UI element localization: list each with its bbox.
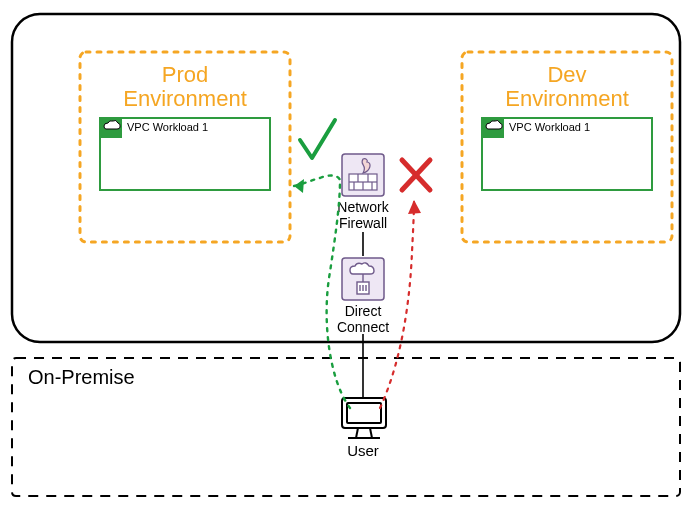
direct-connect-label-2: Connect (337, 319, 389, 335)
svg-line-22 (356, 428, 358, 438)
prod-environment: Prod Environment VPC Workload 1 (80, 52, 290, 242)
computer-icon (342, 398, 386, 438)
direct-connect-node (342, 258, 384, 300)
on-premise-title: On-Premise (28, 366, 135, 388)
firewall-label-2: Firewall (339, 215, 387, 231)
svg-line-23 (370, 428, 372, 438)
deny-x-icon (402, 160, 430, 190)
dev-vpc-box: VPC Workload 1 (482, 118, 652, 190)
dev-environment: Dev Environment VPC Workload 1 (462, 52, 672, 242)
prod-title-line1: Prod (162, 62, 208, 87)
direct-connect-label-1: Direct (345, 303, 382, 319)
prod-title-line2: Environment (123, 86, 247, 111)
user-node (342, 398, 386, 438)
network-firewall-node (342, 154, 384, 196)
user-label: User (347, 442, 379, 459)
prod-vpc-box: VPC Workload 1 (100, 118, 270, 190)
dev-vpc-label: VPC Workload 1 (509, 121, 590, 133)
dev-title-line1: Dev (547, 62, 586, 87)
firewall-label-1: Network (337, 199, 389, 215)
prod-vpc-label: VPC Workload 1 (127, 121, 208, 133)
allow-check-icon (300, 120, 335, 158)
deny-path (380, 200, 421, 408)
svg-rect-21 (347, 403, 381, 423)
dev-title-line2: Environment (505, 86, 629, 111)
